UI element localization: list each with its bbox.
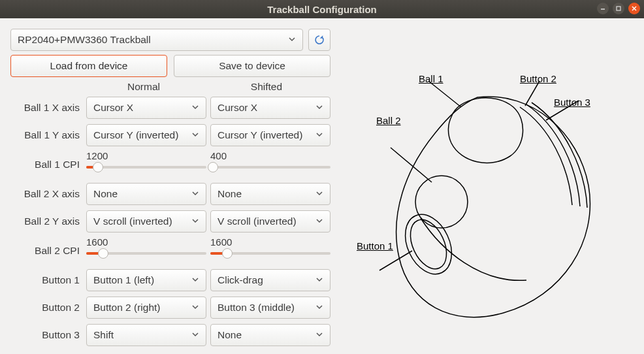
ball1-y-shifted-select[interactable]: Cursor Y (inverted)	[210, 124, 330, 146]
svg-point-5	[396, 207, 461, 282]
label-ball2-x: Ball 2 X axis	[10, 188, 82, 200]
chevron-down-icon	[191, 329, 199, 341]
svg-line-10	[525, 81, 539, 106]
diagram-label-button3: Button 3	[554, 97, 590, 108]
header-normal: Normal	[82, 81, 205, 93]
svg-line-8	[391, 148, 432, 182]
label-button1: Button 1	[10, 274, 82, 286]
diagram-label-ball1: Ball 1	[419, 73, 443, 84]
ball1-x-normal-select[interactable]: Cursor X	[86, 97, 206, 119]
close-button[interactable]	[628, 3, 640, 14]
minimize-button[interactable]	[597, 3, 609, 14]
svg-line-7	[428, 81, 461, 107]
ball2-y-shifted-select[interactable]: V scroll (inverted)	[210, 210, 330, 233]
svg-line-9	[379, 251, 412, 270]
diagram-label-button2: Button 2	[520, 73, 556, 84]
label-button2: Button 2	[10, 302, 82, 314]
button3-shifted-select[interactable]: None	[210, 324, 330, 346]
label-ball1-cpi: Ball 1 CPI	[10, 159, 82, 170]
ball2-cpi-normal-slider[interactable]: 1600	[86, 238, 206, 264]
chevron-down-icon	[315, 274, 323, 286]
ball2-x-shifted-select[interactable]: None	[210, 183, 330, 205]
diagram-label-button1: Button 1	[357, 240, 393, 251]
chevron-down-icon	[288, 34, 296, 46]
chevron-down-icon	[315, 102, 323, 114]
diagram-label-ball2: Ball 2	[376, 115, 401, 126]
label-ball1-x: Ball 1 X axis	[10, 102, 82, 114]
window-title: Trackball Configuration	[267, 4, 377, 15]
chevron-down-icon	[191, 216, 199, 227]
label-ball2-cpi: Ball 2 CPI	[10, 245, 82, 257]
label-ball1-y: Ball 1 Y axis	[10, 129, 82, 141]
button1-shifted-select[interactable]: Click-drag	[210, 269, 330, 291]
header-shifted: Shifted	[205, 81, 328, 93]
chevron-down-icon	[315, 302, 323, 314]
ball1-y-normal-select[interactable]: Cursor Y (inverted)	[86, 124, 206, 146]
device-select-value: RP2040+PMW3360 Trackball	[18, 34, 151, 46]
ball2-cpi-shifted-slider[interactable]: 1600	[210, 238, 330, 264]
button2-shifted-select[interactable]: Button 3 (middle)	[210, 297, 330, 319]
refresh-button[interactable]	[308, 29, 330, 51]
maximize-button[interactable]	[613, 3, 624, 14]
ball2-x-normal-select[interactable]: None	[86, 183, 206, 205]
button3-normal-select[interactable]: Shift	[86, 324, 206, 346]
chevron-down-icon	[315, 129, 323, 141]
load-button[interactable]: Load from device	[10, 55, 167, 77]
chevron-down-icon	[191, 274, 199, 286]
chevron-down-icon	[315, 188, 323, 200]
chevron-down-icon	[315, 329, 323, 341]
svg-rect-1	[617, 7, 620, 10]
button1-normal-select[interactable]: Button 1 (left)	[86, 269, 206, 291]
chevron-down-icon	[191, 102, 199, 114]
chevron-down-icon	[315, 216, 323, 227]
refresh-icon	[314, 34, 325, 46]
save-button[interactable]: Save to device	[174, 55, 330, 77]
label-button3: Button 3	[10, 329, 82, 341]
chevron-down-icon	[191, 188, 199, 200]
ball1-cpi-normal-slider[interactable]: 1200	[86, 152, 206, 178]
label-ball2-y: Ball 2 Y axis	[10, 216, 82, 227]
ball1-cpi-shifted-slider[interactable]: 400	[210, 152, 330, 178]
window-titlebar: Trackball Configuration	[0, 0, 644, 18]
device-select[interactable]: RP2040+PMW3360 Trackball	[10, 29, 303, 51]
svg-point-6	[403, 214, 453, 275]
trackball-diagram	[330, 55, 624, 329]
ball1-x-shifted-select[interactable]: Cursor X	[210, 97, 330, 119]
ball2-y-normal-select[interactable]: V scroll (inverted)	[86, 210, 206, 233]
chevron-down-icon	[191, 302, 199, 314]
chevron-down-icon	[191, 129, 199, 141]
button2-normal-select[interactable]: Button 2 (right)	[86, 297, 206, 319]
